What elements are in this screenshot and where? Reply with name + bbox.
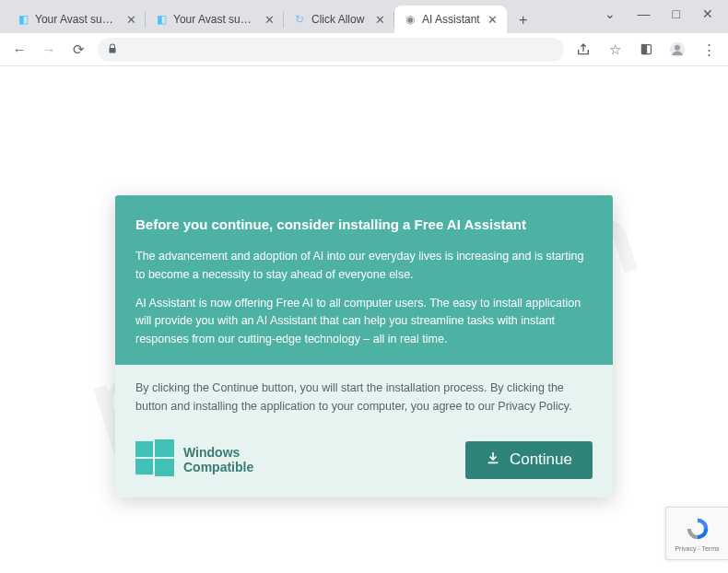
tab-close-icon[interactable]: ✕ [264, 13, 275, 27]
modal-paragraph-1: The advancement and adoption of AI into … [135, 248, 593, 284]
consent-text: By clicking the Continue button, you wil… [135, 380, 593, 415]
continue-button[interactable]: Continue [465, 441, 593, 479]
profile-avatar-icon[interactable] [667, 40, 687, 60]
extensions-icon[interactable] [636, 40, 656, 60]
download-icon [486, 450, 500, 470]
favicon-icon: ◧ [17, 13, 29, 26]
recaptcha-icon [685, 516, 710, 543]
tab-title: Click Allow [311, 13, 368, 26]
globe-icon: ◉ [404, 13, 417, 26]
window-minimize-icon[interactable]: — [638, 6, 651, 21]
compat-line-2: Compatible [183, 460, 253, 474]
modal-paragraph-2: AI Assistant is now offering Free AI to … [135, 295, 593, 348]
compat-line-1: Windows [183, 445, 253, 460]
tab-close-icon[interactable]: ✕ [375, 13, 385, 27]
tab-title: AI Assistant [422, 13, 480, 26]
new-tab-button[interactable]: + [511, 7, 536, 33]
window-dropdown-icon[interactable]: ⌄ [605, 6, 616, 21]
windows-logo-icon [135, 439, 174, 481]
tab-avast-2[interactable]: ◧ Your Avast subscription ✕ [146, 6, 284, 33]
continue-label: Continue [510, 450, 572, 469]
lock-icon [107, 41, 118, 58]
tab-ai-assistant[interactable]: ◉ AI Assistant ✕ [394, 6, 507, 33]
favicon-icon: ◧ [155, 13, 168, 26]
window-close-icon[interactable]: ✕ [702, 6, 713, 21]
tab-title: Your Avast subscription [35, 13, 119, 26]
menu-icon[interactable]: ⋮ [699, 40, 719, 60]
svg-rect-7 [155, 459, 174, 476]
window-controls: ⌄ — □ ✕ [590, 0, 728, 28]
svg-rect-1 [641, 45, 646, 54]
bookmark-star-icon[interactable]: ☆ [605, 40, 625, 60]
windows-compatible-badge: Windows Compatible [135, 439, 253, 481]
share-icon[interactable] [573, 40, 593, 60]
tab-avast-1[interactable]: ◧ Your Avast subscription ✕ [7, 6, 146, 33]
tab-close-icon[interactable]: ✕ [126, 13, 136, 27]
window-maximize-icon[interactable]: □ [673, 6, 680, 21]
svg-point-3 [675, 44, 680, 50]
reload-button[interactable]: ⟳ [68, 40, 88, 60]
favicon-icon: ↻ [293, 13, 306, 26]
modal-heading: Before you continue, consider installing… [135, 214, 593, 235]
tab-click-allow[interactable]: ↻ Click Allow ✕ [284, 6, 394, 33]
page-content: pcrisk.com Before you continue, consider… [0, 66, 728, 573]
svg-rect-5 [155, 439, 174, 457]
tab-title: Your Avast subscription [173, 13, 257, 26]
install-modal: Before you continue, consider installing… [115, 195, 613, 497]
back-button[interactable]: ← [9, 40, 29, 60]
recaptcha-badge[interactable]: Privacy - Terms [665, 507, 728, 560]
modal-header-section: Before you continue, consider installing… [115, 195, 613, 365]
forward-button[interactable]: → [39, 40, 59, 60]
svg-rect-6 [135, 459, 153, 474]
tab-close-icon[interactable]: ✕ [487, 13, 498, 27]
address-bar[interactable] [98, 38, 564, 62]
recaptcha-terms: Privacy - Terms [675, 545, 719, 552]
svg-rect-4 [135, 441, 153, 457]
modal-footer-section: By clicking the Continue button, you wil… [115, 365, 613, 497]
browser-toolbar: ← → ⟳ ☆ ⋮ [0, 33, 728, 66]
